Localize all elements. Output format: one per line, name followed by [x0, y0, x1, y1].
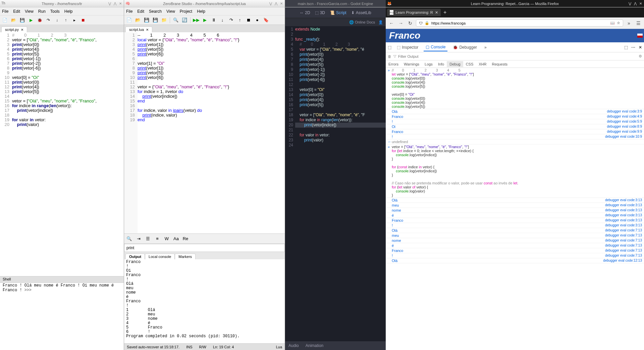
thonny-shell[interactable]: Franco ! Olá meu nome é Franco ! Oi meu …	[0, 283, 124, 350]
find-icon[interactable]: 🔍	[125, 235, 133, 243]
start-debug-icon[interactable]: ▶	[201, 16, 209, 24]
menu-help[interactable]: Help	[64, 9, 73, 14]
menu-view[interactable]: View	[25, 9, 34, 14]
reload-icon[interactable]: ↻	[407, 19, 414, 27]
open-file-icon[interactable]: 📂	[10, 17, 17, 24]
menu-help[interactable]: Help	[197, 9, 205, 14]
close-icon[interactable]: ✕	[639, 2, 643, 6]
reader-icon[interactable]: 📖	[610, 21, 615, 25]
toggle-breakpoint-icon[interactable]: ●	[254, 16, 261, 24]
view-assetlib-button[interactable]: ⬇ AssetLib	[351, 10, 371, 15]
step-out-icon[interactable]: ↑	[62, 17, 69, 24]
tree-icon[interactable]: ≡	[154, 235, 161, 243]
menu-file[interactable]: File	[2, 9, 8, 14]
editor-tab[interactable]: script.lua ✕	[125, 27, 152, 32]
list-icon[interactable]: ☰	[144, 235, 152, 243]
view-2d-button[interactable]: ↔ 2D	[300, 10, 310, 15]
save-icon[interactable]: 💾	[19, 17, 25, 24]
close-icon[interactable]: ✕	[118, 2, 122, 6]
tab-close-icon[interactable]: ✕	[146, 28, 149, 32]
tab-markers[interactable]: Markers	[175, 254, 196, 259]
break-icon[interactable]: ⏸	[210, 16, 217, 24]
bookmark-icon[interactable]: ☆	[617, 21, 620, 25]
thonny-editor[interactable]: 1234567891011121314151617181920 # 0 1 2 …	[0, 32, 124, 276]
menu-edit[interactable]: Edit	[137, 9, 144, 14]
new-file-icon[interactable]: 📄	[1, 17, 8, 24]
tab-debugger[interactable]: 🐞 Debugger	[451, 44, 479, 51]
menu-run[interactable]: Run	[38, 9, 46, 14]
run-icon[interactable]: ▶	[28, 17, 34, 24]
maximize-icon[interactable]: ⋀	[113, 2, 117, 6]
menu-file[interactable]: File	[126, 9, 132, 14]
save-all-icon[interactable]: 💾	[152, 16, 159, 24]
minimize-icon[interactable]: ⋁	[108, 2, 112, 6]
tab-close-icon[interactable]: ✕	[435, 10, 438, 15]
step-into-icon[interactable]: ↓	[219, 16, 226, 24]
new-file-icon[interactable]: 📄	[125, 16, 133, 24]
tab-console[interactable]: ▢ Console	[424, 43, 447, 51]
cat-xhr[interactable]: XHR	[476, 61, 489, 67]
code-area[interactable]: -- 1 2 3 4 5 6 local vetor = {"Olá", "me…	[138, 32, 285, 233]
cat-css[interactable]: CSS	[463, 61, 476, 67]
case-button[interactable]: Aa	[172, 235, 180, 243]
step-out-icon[interactable]: ↑	[236, 16, 244, 24]
maximize-icon[interactable]: ⋀	[633, 2, 637, 6]
godot-editor[interactable]: 123456789101112131415161718192021222324 …	[285, 26, 386, 341]
menu-edit[interactable]: Edit	[13, 9, 20, 14]
view-3d-button[interactable]: ⬚ 3D	[315, 10, 325, 15]
menu-tools[interactable]: Tools	[50, 9, 60, 14]
cat-warnings[interactable]: Warnings	[401, 61, 422, 67]
menu-view[interactable]: View	[166, 9, 175, 14]
audio-tab[interactable]: Audio	[288, 343, 299, 348]
settings-icon[interactable]: ⚙	[639, 54, 642, 58]
trash-icon[interactable]: 🗑	[388, 54, 391, 58]
find-input[interactable]	[124, 244, 285, 252]
stop-icon[interactable]: ⏹	[245, 16, 252, 24]
find-icon[interactable]: 🔍	[172, 16, 179, 24]
debug-icon[interactable]: 🐞	[36, 17, 43, 24]
bookmark-icon[interactable]: 🔖	[262, 16, 270, 24]
console-output[interactable]: »// 0 1 2 3 4 5 let vetor = ["Olá", "meu…	[386, 68, 644, 350]
devtools-dock-icon[interactable]: ⬚	[624, 45, 628, 50]
tab-local-console[interactable]: Local console	[145, 254, 175, 259]
code-area[interactable]: extends Node func _ready(): # 0 1 2 3 va…	[295, 26, 386, 341]
online-docs-link[interactable]: 🌐 Online Docs	[349, 20, 375, 25]
flag-icon[interactable]	[637, 34, 643, 38]
minimize-icon[interactable]: ⋁	[269, 2, 273, 6]
whole-word-button[interactable]: W	[163, 235, 170, 243]
overflow-icon[interactable]: »	[625, 19, 633, 27]
url-input[interactable]: 🛡 🔒 https://www.francoga 📖 ☆	[416, 19, 623, 27]
regex-button[interactable]: Re	[182, 235, 189, 243]
shield-icon[interactable]: 🛡	[419, 21, 423, 25]
cat-info[interactable]: Info	[435, 61, 447, 67]
cat-logs[interactable]: Logs	[422, 61, 435, 67]
step-over-icon[interactable]: ↷	[45, 17, 52, 24]
close-icon[interactable]: ✕	[279, 2, 283, 6]
stop-icon[interactable]: ⏹	[80, 17, 87, 24]
devtools-close-icon[interactable]: ✕	[639, 45, 642, 50]
view-script-button[interactable]: 📜 Script	[330, 10, 346, 15]
filter-input[interactable]	[398, 54, 637, 58]
code-area[interactable]: # 0 1 2 3 vetor = ["Olá", "meu", "nome",…	[12, 32, 124, 276]
menu-icon[interactable]: ☰	[635, 19, 642, 27]
inspect-icon[interactable]: ⬚	[388, 45, 391, 50]
open-file-icon[interactable]: 📂	[134, 16, 142, 24]
forward-icon[interactable]: →	[397, 19, 405, 27]
editor-tab[interactable]: script.py ✕	[1, 27, 27, 32]
tab-more-icon[interactable]: »	[482, 44, 489, 51]
output-panel[interactable]: Franco ! Oi Franco ! Olá meu nome é Fran…	[124, 259, 285, 343]
back-icon[interactable]: ←	[388, 19, 395, 27]
step-over-icon[interactable]: ↷	[227, 16, 235, 24]
tab-close-icon[interactable]: ✕	[21, 28, 23, 32]
devtools-more-icon[interactable]: ⋯	[631, 45, 635, 50]
browser-tab[interactable]: FG Learn Programming: Repetit ✕	[387, 9, 441, 16]
menu-search[interactable]: Search	[149, 9, 162, 14]
zerobrane-editor[interactable]: 12345678910111213141516171819 -- 1 2 3 4…	[124, 32, 285, 233]
project-icon[interactable]: 📁	[160, 16, 168, 24]
tab-inspector[interactable]: ⬚ Inspector	[395, 44, 420, 51]
run-icon[interactable]: ▶▶	[193, 16, 200, 24]
replace-icon[interactable]: 🔄	[181, 16, 188, 24]
new-tab-icon[interactable]: +	[443, 9, 446, 15]
indent-icon[interactable]: ⇥	[135, 235, 142, 243]
save-icon[interactable]: 💾	[143, 16, 150, 24]
